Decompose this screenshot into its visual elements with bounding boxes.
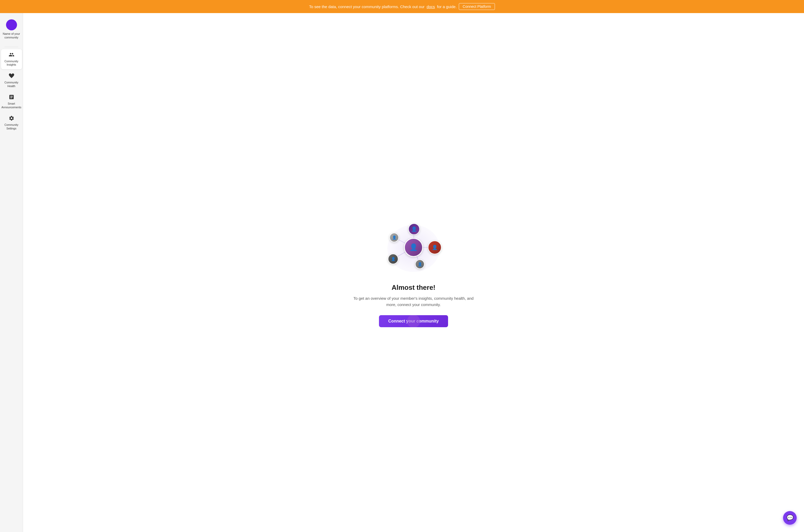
community-health-icon <box>8 73 14 79</box>
community-avatar <box>6 19 17 30</box>
sidebar-item-label-smart-announcements: Smart Announcements <box>2 102 21 109</box>
sidebar-item-label-community-settings: Community Settings <box>3 123 20 130</box>
sidebar-item-label-community-insights: Community Insights <box>3 60 20 67</box>
avatar-top: 👤 <box>408 223 420 235</box>
connect-community-button[interactable]: Connect your community <box>379 315 448 327</box>
smart-announcements-icon <box>8 94 14 101</box>
cursor-effect <box>407 315 420 327</box>
layout: Name of your community Community Insight… <box>0 13 804 532</box>
docs-link[interactable]: docs <box>426 4 435 9</box>
sidebar-item-community-health[interactable]: Community Health <box>1 70 22 91</box>
community-name: Name of your community <box>2 32 21 39</box>
sidebar-item-community-insights[interactable]: Community Insights <box>1 49 22 69</box>
chat-icon: 💬 <box>786 514 793 521</box>
avatar-bottom-right: 👤 <box>415 260 424 269</box>
left-bottom-person-icon: 👤 <box>391 257 396 261</box>
content-card: 👤 👤 👤 👤 👤 <box>348 214 479 332</box>
sidebar: Name of your community Community Insight… <box>0 13 23 532</box>
network-illustration: 👤 👤 👤 👤 👤 <box>380 220 447 277</box>
connect-platform-button[interactable]: Connect Platform <box>459 3 495 10</box>
center-person-icon: 👤 <box>409 243 418 251</box>
top-person-icon: 👤 <box>411 226 417 232</box>
avatar-left-bottom: 👤 <box>388 254 398 264</box>
left-top-person-icon: 👤 <box>392 235 397 240</box>
main-title: Almost there! <box>391 284 436 292</box>
community-insights-icon <box>8 52 14 58</box>
bottom-right-person-icon: 👤 <box>418 262 422 266</box>
community-settings-icon <box>8 115 14 122</box>
main-description: To get an overview of your member's insi… <box>353 295 474 308</box>
sidebar-item-label-community-health: Community Health <box>3 81 20 88</box>
avatar-center: 👤 <box>404 238 423 257</box>
sidebar-divider <box>4 47 18 47</box>
banner-message: To see the data, connect your community … <box>309 4 424 9</box>
banner-message-end: for a guide. <box>437 4 457 9</box>
right-person-icon: 👤 <box>432 245 438 250</box>
sidebar-item-smart-announcements[interactable]: Smart Announcements <box>1 92 22 112</box>
sidebar-item-community-settings[interactable]: Community Settings <box>1 113 22 133</box>
avatar-left-top: 👤 <box>389 233 399 242</box>
chat-fab-button[interactable]: 💬 <box>783 511 797 525</box>
main-content: 👤 👤 👤 👤 👤 <box>23 13 804 532</box>
avatar-right: 👤 <box>428 241 441 254</box>
sidebar-community[interactable]: Name of your community <box>0 17 23 42</box>
top-banner: To see the data, connect your community … <box>0 0 804 13</box>
